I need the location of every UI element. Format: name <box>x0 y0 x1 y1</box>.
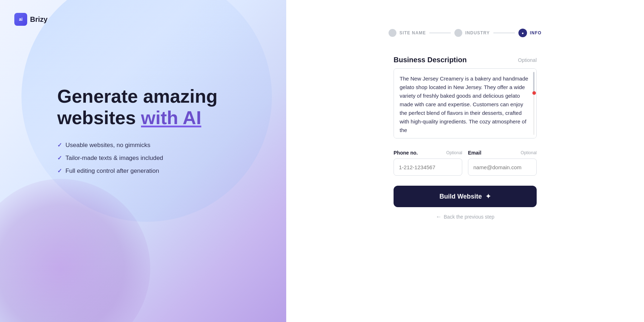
hero-title-highlight: with AI <box>141 107 201 128</box>
phone-label: Phone no. <box>394 150 418 156</box>
feature-text-2: Tailor-made texts & images included <box>65 155 163 162</box>
email-field-group: Email Optional <box>468 150 537 176</box>
hero-title-line1: Generate amazing <box>57 86 218 107</box>
step-label-3: INFO <box>530 30 542 35</box>
phone-field-group: Phone no. Optional <box>394 150 462 176</box>
email-label: Email <box>468 150 481 156</box>
logo-icon: ai <box>14 13 27 26</box>
step-circle-1 <box>389 29 396 37</box>
step-site-name: SITE NAME <box>389 29 426 37</box>
email-field-header: Email Optional <box>468 150 537 156</box>
step-divider-2 <box>493 33 515 33</box>
step-circle-2 <box>454 29 462 37</box>
feature-item-1: ✓ Useable websites, no gimmicks <box>57 142 218 149</box>
hero-title: Generate amazing websites with AI <box>57 86 218 129</box>
scrollbar-indicator <box>533 72 535 135</box>
phone-input[interactable] <box>394 158 462 176</box>
form-section-header: Business Description Optional <box>394 56 537 64</box>
two-col-fields: Phone no. Optional Email Optional <box>394 150 537 176</box>
right-panel: SITE NAME INDUSTRY ● INFO Business Descr… <box>286 0 644 322</box>
form-container: Business Description Optional Phone no. … <box>394 56 537 220</box>
feature-text-1: Useable websites, no gimmicks <box>65 142 150 149</box>
hero-content: Generate amazing websites with AI ✓ Usea… <box>57 86 218 175</box>
feature-text-3: Full editing control after generation <box>65 167 159 175</box>
step-circle-3: ● <box>518 29 527 37</box>
build-website-button[interactable]: Build Website ✦ <box>394 186 537 207</box>
logo: ai Brizy <box>14 13 48 26</box>
form-section-optional: Optional <box>518 57 537 63</box>
step-industry: INDUSTRY <box>454 29 490 37</box>
sparkle-icon: ✦ <box>486 192 491 200</box>
check-icon-1: ✓ <box>57 142 62 148</box>
build-button-label: Build Website <box>439 193 482 200</box>
stepper: SITE NAME INDUSTRY ● INFO <box>389 29 541 37</box>
hero-title-line2: websites <box>57 107 141 128</box>
description-textarea[interactable] <box>394 68 537 138</box>
step-label-1: SITE NAME <box>399 30 426 35</box>
features-list: ✓ Useable websites, no gimmicks ✓ Tailor… <box>57 142 218 175</box>
check-icon-3: ✓ <box>57 167 62 174</box>
scroll-dot <box>532 91 536 95</box>
phone-optional: Optional <box>446 150 462 155</box>
textarea-wrapper <box>394 68 537 140</box>
step-divider-1 <box>429 33 451 33</box>
check-icon-2: ✓ <box>57 155 62 161</box>
left-panel: ai Brizy Generate amazing websites with … <box>0 0 286 322</box>
phone-field-header: Phone no. Optional <box>394 150 462 156</box>
feature-item-3: ✓ Full editing control after generation <box>57 167 218 175</box>
scrollbar-thumb <box>533 72 535 93</box>
form-section-title: Business Description <box>394 56 467 64</box>
step-info: ● INFO <box>518 29 542 37</box>
back-arrow-icon: ← <box>436 214 441 220</box>
feature-item-2: ✓ Tailor-made texts & images included <box>57 155 218 162</box>
back-link-label: Back the previous step <box>444 214 494 220</box>
back-link[interactable]: ← Back the previous step <box>394 214 537 220</box>
email-optional: Optional <box>521 150 537 155</box>
email-input[interactable] <box>468 158 537 176</box>
step-label-2: INDUSTRY <box>465 30 490 35</box>
logo-text: Brizy <box>30 15 48 24</box>
